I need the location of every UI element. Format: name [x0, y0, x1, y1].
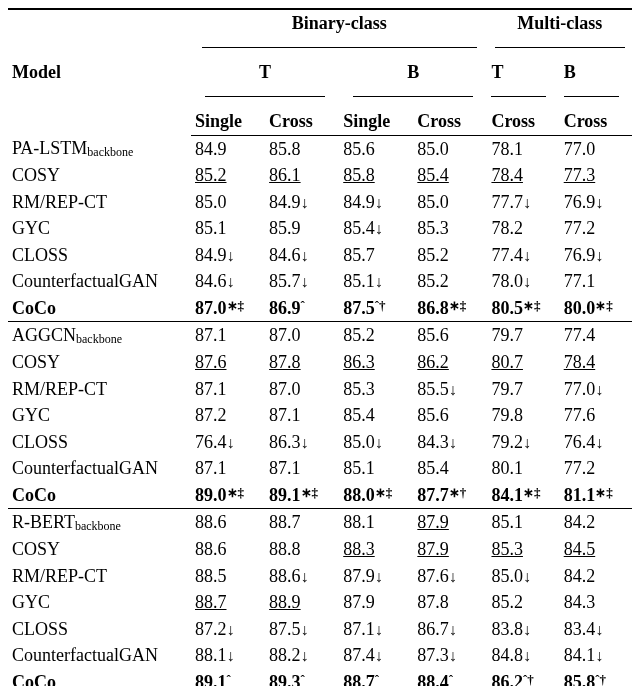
- header-bin-b: B: [339, 59, 487, 108]
- cell: 85.9: [265, 215, 339, 242]
- table-row: CoCo89.0∗‡89.1∗‡88.0∗‡87.7∗†84.1∗‡81.1∗‡: [8, 482, 632, 509]
- cell: 84.9↓: [265, 189, 339, 216]
- cell: 85.4: [413, 455, 487, 482]
- cell: 87.8: [413, 589, 487, 616]
- cell: 76.4↓: [191, 429, 265, 456]
- header-multi: Multi-class: [487, 9, 632, 59]
- cell: 88.6: [191, 536, 265, 563]
- cell: AGGCNbackbone: [8, 322, 191, 350]
- cell: 89.0∗‡: [191, 482, 265, 509]
- cell: GYC: [8, 215, 191, 242]
- cell: 80.7: [487, 349, 559, 376]
- cell: 77.1: [560, 268, 632, 295]
- table-row: RM/REP-CT87.187.085.385.5↓79.777.0↓: [8, 376, 632, 403]
- cell: 85.8ˆ†: [560, 669, 632, 687]
- subhead-cross: Cross: [487, 108, 559, 135]
- cell: 87.1: [191, 376, 265, 403]
- cell: 85.6: [413, 322, 487, 350]
- cell: CounterfactualGAN: [8, 455, 191, 482]
- cell: CLOSS: [8, 242, 191, 269]
- table-row: CoCo89.1ˆ89.3ˆ88.7ˆ88.4ˆ86.2ˆ†85.8ˆ†: [8, 669, 632, 687]
- cell: 84.3↓: [413, 429, 487, 456]
- cell: 77.4: [560, 322, 632, 350]
- cell: 86.2ˆ†: [487, 669, 559, 687]
- cell: CoCo: [8, 482, 191, 509]
- cell: 77.2: [560, 215, 632, 242]
- header-bin-t: T: [191, 59, 339, 108]
- cell: 88.3: [339, 536, 413, 563]
- cell: 87.0: [265, 322, 339, 350]
- cell: 85.4: [413, 162, 487, 189]
- cell: 85.3: [413, 215, 487, 242]
- header-model: Model: [8, 9, 191, 135]
- cell: 85.0: [191, 189, 265, 216]
- table-row: GYC88.788.987.987.885.284.3: [8, 589, 632, 616]
- cell: 87.1↓: [339, 616, 413, 643]
- cell: 87.3↓: [413, 642, 487, 669]
- table-row: COSY88.688.888.387.985.384.5: [8, 536, 632, 563]
- cell: 88.6↓: [265, 563, 339, 590]
- cell: 85.7↓: [265, 268, 339, 295]
- cell: 87.7∗†: [413, 482, 487, 509]
- table-row: RM/REP-CT85.084.9↓84.9↓85.077.7↓76.9↓: [8, 189, 632, 216]
- cell: 76.9↓: [560, 242, 632, 269]
- cell: 85.6: [339, 135, 413, 162]
- cell: 88.9: [265, 589, 339, 616]
- cell: 85.2: [339, 322, 413, 350]
- cell: 76.9↓: [560, 189, 632, 216]
- cell: COSY: [8, 536, 191, 563]
- cell: 86.8∗‡: [413, 295, 487, 322]
- cell: 85.2: [413, 242, 487, 269]
- cell: 85.6: [413, 402, 487, 429]
- cell: 84.9↓: [339, 189, 413, 216]
- cell: 87.9: [339, 589, 413, 616]
- subhead-cross: Cross: [560, 108, 632, 135]
- subhead-single: Single: [339, 108, 413, 135]
- table-row: CLOSS76.4↓86.3↓85.0↓84.3↓79.2↓76.4↓: [8, 429, 632, 456]
- cell: 85.4↓: [339, 215, 413, 242]
- cell: CoCo: [8, 669, 191, 687]
- cell: 79.8: [487, 402, 559, 429]
- cell: RM/REP-CT: [8, 189, 191, 216]
- table-row: COSY85.286.185.885.478.477.3: [8, 162, 632, 189]
- cell: 85.2: [487, 589, 559, 616]
- cell: 76.4↓: [560, 429, 632, 456]
- cell: 84.6↓: [265, 242, 339, 269]
- cell: 87.1: [265, 455, 339, 482]
- cell: 89.1ˆ: [191, 669, 265, 687]
- cell: 85.3: [339, 376, 413, 403]
- cell: 80.5∗‡: [487, 295, 559, 322]
- cell: COSY: [8, 162, 191, 189]
- cell: 85.1: [191, 215, 265, 242]
- cell: 85.2: [413, 268, 487, 295]
- cell: 87.9↓: [339, 563, 413, 590]
- cell: 88.1: [339, 509, 413, 537]
- cell: 85.0↓: [487, 563, 559, 590]
- cell: 84.8↓: [487, 642, 559, 669]
- cell: 88.7ˆ: [339, 669, 413, 687]
- cell: 84.2: [560, 509, 632, 537]
- cell: 87.6↓: [413, 563, 487, 590]
- table-row: R-BERTbackbone88.688.788.187.985.184.2: [8, 509, 632, 537]
- cell: CounterfactualGAN: [8, 642, 191, 669]
- cell: 87.5ˆ†: [339, 295, 413, 322]
- cell: 88.0∗‡: [339, 482, 413, 509]
- table-row: CounterfactualGAN87.187.185.185.480.177.…: [8, 455, 632, 482]
- table-row: CLOSS84.9↓84.6↓85.785.277.4↓76.9↓: [8, 242, 632, 269]
- table-row: PA-LSTMbackbone84.985.885.685.078.177.0: [8, 135, 632, 162]
- cell: 88.4ˆ: [413, 669, 487, 687]
- cell: 84.6↓: [191, 268, 265, 295]
- cell: 87.9: [413, 536, 487, 563]
- cell: 79.7: [487, 322, 559, 350]
- cell: 87.6: [191, 349, 265, 376]
- cell: 83.4↓: [560, 616, 632, 643]
- cell: 88.1↓: [191, 642, 265, 669]
- cell: PA-LSTMbackbone: [8, 135, 191, 162]
- cell: 77.7↓: [487, 189, 559, 216]
- cell: CounterfactualGAN: [8, 268, 191, 295]
- cell: 84.5: [560, 536, 632, 563]
- cell: 85.3: [487, 536, 559, 563]
- cell: 84.3: [560, 589, 632, 616]
- cell: 89.3ˆ: [265, 669, 339, 687]
- cell: 87.2↓: [191, 616, 265, 643]
